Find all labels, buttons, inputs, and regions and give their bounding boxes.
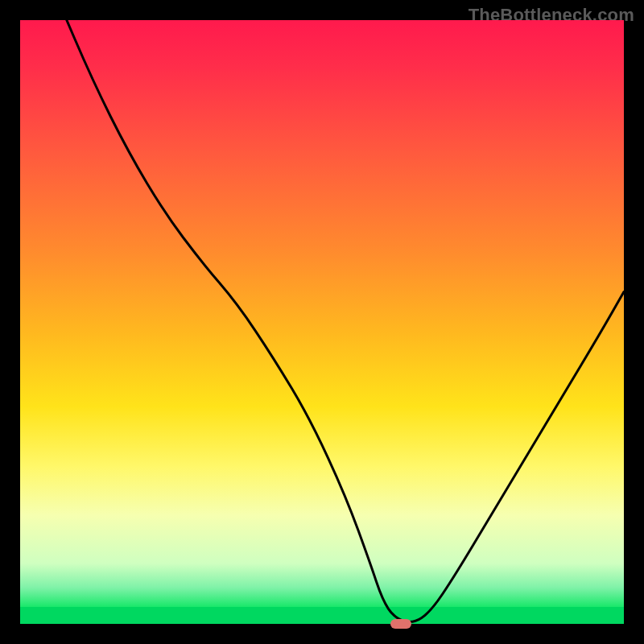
bottleneck-curve bbox=[20, 20, 624, 624]
chart-frame: TheBottleneck.com bbox=[0, 0, 644, 644]
optimal-point-marker bbox=[390, 619, 411, 629]
plot-area bbox=[20, 20, 624, 624]
